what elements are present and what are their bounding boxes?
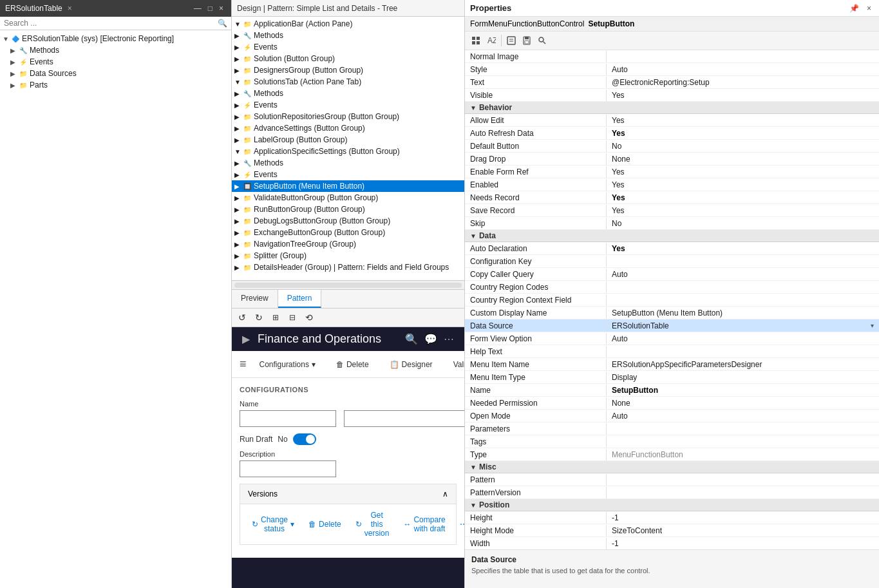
design-item-methods2[interactable]: ▶ 🔧 Methods bbox=[232, 88, 464, 99]
prop-height[interactable]: Height -1 bbox=[465, 511, 879, 524]
prop-open-mode[interactable]: Open Mode Auto bbox=[465, 410, 879, 422]
tab-preview[interactable]: Preview bbox=[232, 290, 278, 308]
design-item-detailsheader[interactable]: ▶ 📁 DetailsHeader (Group) | Pattern: Fie… bbox=[232, 261, 464, 273]
prop-form-view[interactable]: Form View Option Auto bbox=[465, 332, 879, 345]
get-this-version-btn[interactable]: ↻ Get this version bbox=[350, 508, 395, 540]
prop-help-text[interactable]: Help Text bbox=[465, 345, 879, 358]
versions-more-btn[interactable]: ⋯ bbox=[455, 517, 464, 531]
design-item-debuglogsbtngroup[interactable]: ▶ 📁 DebugLogsButtonGroup (Button Group) bbox=[232, 215, 464, 227]
prop-custom-display[interactable]: Custom Display Name SetupButton (Menu It… bbox=[465, 307, 879, 319]
prop-needed-permission[interactable]: Needed Permission None bbox=[465, 397, 879, 410]
design-item-setupbutton[interactable]: ▶ 🔲 SetupButton (Menu Item Button) bbox=[232, 180, 464, 192]
design-item-appspecificsettings[interactable]: ▼ 📁 ApplicationSpecificSettings (Button … bbox=[232, 146, 464, 157]
prop-name-field[interactable]: Name SetupButton bbox=[465, 384, 879, 397]
design-item-navtreegroup[interactable]: ▶ 📁 NavigationTreeGroup (Group) bbox=[232, 238, 464, 250]
tree-item-events[interactable]: ▶ ⚡ Events bbox=[0, 56, 231, 68]
design-item-splitter[interactable]: ▶ 📁 Splitter (Group) bbox=[232, 250, 464, 261]
app-nav-arrow[interactable]: ▶ bbox=[242, 333, 250, 345]
prop-pattern-version[interactable]: PatternVersion bbox=[465, 486, 879, 499]
search-icon[interactable]: 🔍 bbox=[218, 19, 227, 28]
validate-nav-btn[interactable]: Validate bbox=[446, 355, 464, 374]
prop-needs-record[interactable]: Needs Record Yes bbox=[465, 191, 879, 204]
design-item-events3[interactable]: ▶ ⚡ Events bbox=[232, 169, 464, 180]
prop-auto-declaration[interactable]: Auto Declaration Yes bbox=[465, 242, 879, 255]
refresh-btn[interactable]: ↺ bbox=[236, 311, 249, 324]
title-close-x[interactable]: × bbox=[68, 4, 72, 13]
props-search-btn[interactable] bbox=[535, 33, 549, 48]
tree-item-parts[interactable]: ▶ 📁 Parts bbox=[0, 79, 231, 91]
prop-config-key[interactable]: Configuration Key bbox=[465, 255, 879, 268]
prop-style[interactable]: Style Auto bbox=[465, 63, 879, 76]
horizontal-scrollbar[interactable] bbox=[232, 280, 464, 289]
collapse-btn[interactable]: ⊟ bbox=[286, 311, 299, 324]
prop-drag-drop[interactable]: Drag Drop None bbox=[465, 153, 879, 166]
prop-enable-form-ref[interactable]: Enable Form Ref Yes bbox=[465, 166, 879, 178]
secondary-input[interactable] bbox=[344, 410, 464, 427]
prop-text[interactable]: Text @ElectronicReporting:Setup bbox=[465, 76, 879, 89]
tree-item-datasources[interactable]: ▶ 📁 Data Sources bbox=[0, 68, 231, 79]
prop-country-codes[interactable]: Country Region Codes bbox=[465, 281, 879, 294]
design-item-validatebtngroup[interactable]: ▶ 📁 ValidateButtonGroup (Button Group) bbox=[232, 192, 464, 204]
redo-btn[interactable]: ↻ bbox=[252, 311, 265, 324]
design-item-appbar[interactable]: ▼ 📁 ApplicationBar (Action Pane) bbox=[232, 18, 464, 30]
prop-skip[interactable]: Skip No bbox=[465, 217, 879, 230]
prop-height-mode[interactable]: Height Mode SizeToContent bbox=[465, 524, 879, 537]
compare-with-draft-btn[interactable]: ↔ Compare with draft bbox=[398, 513, 450, 536]
prop-type[interactable]: Type MenuFunctionButton bbox=[465, 448, 879, 461]
prop-parameters[interactable]: Parameters bbox=[465, 422, 879, 435]
props-close-btn[interactable]: × bbox=[864, 4, 874, 13]
design-item-runbtngroup[interactable]: ▶ 📁 RunButtonGroup (Button Group) bbox=[232, 204, 464, 215]
dropdown-arrow-icon[interactable]: ▾ bbox=[871, 322, 874, 329]
props-save-btn[interactable] bbox=[520, 33, 534, 48]
section-misc[interactable]: ▼ Misc bbox=[465, 461, 879, 473]
prop-data-source[interactable]: Data Source ERSolutionTable ▾ bbox=[465, 319, 879, 332]
run-draft-toggle[interactable] bbox=[293, 433, 316, 445]
delete-version-btn[interactable]: 🗑 Delete bbox=[303, 517, 346, 531]
prop-enabled[interactable]: Enabled Yes bbox=[465, 178, 879, 191]
tree-item-methods[interactable]: ▶ 🔧 Methods bbox=[0, 44, 231, 56]
prop-auto-refresh[interactable]: Auto Refresh Data Yes bbox=[465, 127, 879, 140]
tree-item-ersolutiontable[interactable]: ▼ 🔷 ERSolutionTable (sys) [Electronic Re… bbox=[0, 33, 231, 44]
props-categorized-btn[interactable] bbox=[469, 33, 483, 48]
close-button[interactable]: × bbox=[216, 4, 226, 13]
design-item-events[interactable]: ▶ ⚡ Events bbox=[232, 41, 464, 53]
props-property-pages-btn[interactable] bbox=[504, 33, 518, 48]
design-item-events2[interactable]: ▶ ⚡ Events bbox=[232, 99, 464, 111]
search-icon[interactable]: 🔍 bbox=[405, 333, 418, 345]
design-item-advancesettings[interactable]: ▶ 📁 AdvanceSettings (Button Group) bbox=[232, 122, 464, 134]
prop-visible[interactable]: Visible Yes bbox=[465, 89, 879, 102]
change-status-btn[interactable]: ↻ Change status ▾ bbox=[247, 513, 299, 536]
design-item-solution[interactable]: ▶ 📁 Solution (Button Group) bbox=[232, 53, 464, 64]
prop-allow-edit[interactable]: Allow Edit Yes bbox=[465, 114, 879, 127]
reset-btn[interactable]: ⟲ bbox=[303, 311, 316, 324]
prop-tags[interactable]: Tags bbox=[465, 435, 879, 448]
design-item-solutionrepos[interactable]: ▶ 📁 SolutionRepositoriesGroup (Button Gr… bbox=[232, 111, 464, 122]
minimize-button[interactable]: — bbox=[191, 4, 204, 13]
prop-pattern[interactable]: Pattern bbox=[465, 473, 879, 486]
expand-btn[interactable]: ⊞ bbox=[269, 311, 282, 324]
design-item-exchangebtngroup[interactable]: ▶ 📁 ExchangeButtonGroup (Button Group) bbox=[232, 227, 464, 238]
props-alphabetical-btn[interactable]: AZ bbox=[484, 33, 498, 48]
nav-hamburger[interactable]: ≡ bbox=[240, 357, 247, 371]
prop-width[interactable]: Width -1 bbox=[465, 537, 879, 549]
prop-save-record[interactable]: Save Record Yes bbox=[465, 204, 879, 217]
search-input[interactable] bbox=[4, 19, 218, 28]
prop-default-button[interactable]: Default Button No bbox=[465, 140, 879, 153]
versions-header[interactable]: Versions ∧ bbox=[240, 484, 456, 504]
name-input[interactable] bbox=[240, 410, 336, 427]
prop-country-context[interactable]: Country Region Context Field bbox=[465, 294, 879, 307]
design-item-labelgroup[interactable]: ▶ 📁 LabelGroup (Button Group) bbox=[232, 134, 464, 146]
props-pin-btn[interactable]: 📌 bbox=[847, 4, 862, 13]
section-position[interactable]: ▼ Position bbox=[465, 499, 879, 511]
prop-menu-item-name[interactable]: Menu Item Name ERSolutionAppSpecificPara… bbox=[465, 358, 879, 371]
more-icon[interactable]: ⋯ bbox=[444, 333, 454, 345]
section-data[interactable]: ▼ Data bbox=[465, 230, 879, 242]
tab-pattern[interactable]: Pattern bbox=[278, 290, 322, 308]
design-item-solutionstab[interactable]: ▼ 📁 SolutionsTab (Action Pane Tab) bbox=[232, 76, 464, 88]
design-item-designersgroup[interactable]: ▶ 📁 DesignersGroup (Button Group) bbox=[232, 64, 464, 76]
prop-menu-item-type[interactable]: Menu Item Type Display bbox=[465, 371, 879, 384]
configurations-btn[interactable]: Configurations ▾ bbox=[252, 355, 323, 374]
prop-copy-caller[interactable]: Copy Caller Query Auto bbox=[465, 268, 879, 281]
description-input[interactable] bbox=[240, 460, 336, 477]
delete-nav-btn[interactable]: 🗑 Delete bbox=[328, 355, 377, 374]
